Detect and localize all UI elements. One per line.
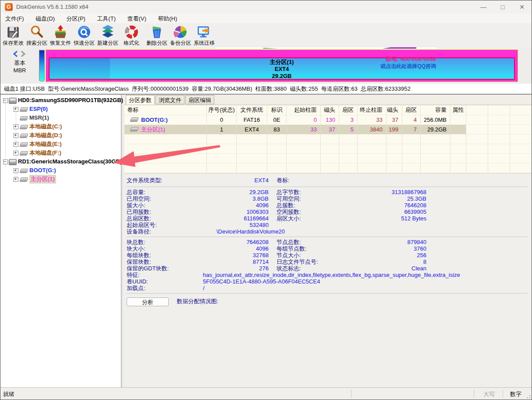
new-partition-button[interactable]: 新建分区 bbox=[96, 24, 120, 48]
save-icon bbox=[6, 25, 21, 39]
analyze-button[interactable]: 分析 bbox=[127, 297, 169, 306]
filler-column bbox=[510, 105, 532, 115]
filesystem-details: 文件系统类型: EXT4 卷标: 总容量:29.2GB总字节数:31318867… bbox=[124, 173, 532, 388]
expand-icon[interactable] bbox=[14, 107, 18, 112]
filler-column bbox=[466, 105, 488, 115]
partition-icon bbox=[19, 177, 28, 182]
ad-phone: 致电: 400-008-9958 bbox=[386, 55, 436, 63]
next-disk-icon bbox=[21, 51, 25, 57]
menu-tools[interactable]: 工具(T) bbox=[92, 14, 121, 23]
disk-bar[interactable]: 主分区(1) EXT4 29.2GB bbox=[46, 50, 518, 82]
status-bar: 就绪 大写 数字 bbox=[0, 387, 532, 400]
disk-info-line: 磁盘1 接口:USB 型号:GenericMassStorageClass 序列… bbox=[0, 84, 532, 95]
format-icon bbox=[124, 25, 139, 39]
status-ready: 就绪 bbox=[3, 390, 14, 398]
new-partition-icon bbox=[100, 25, 115, 39]
partition-overview-panel: 基本 MBR 主分区(1) EXT4 29.2GB bbox=[0, 49, 532, 84]
tab-partition-params[interactable]: 分区参数 bbox=[126, 95, 155, 105]
disk-capacity-strip bbox=[39, 50, 45, 81]
partition-block[interactable]: 主分区(1) EXT4 29.2GB bbox=[49, 57, 515, 80]
partition-tree: HD0:SamsungSSD990PRO1TB(932GB) ESP(0) MS… bbox=[0, 95, 123, 388]
magnifier-icon bbox=[29, 25, 44, 39]
expand-icon[interactable] bbox=[14, 124, 18, 129]
recover-icon bbox=[53, 25, 68, 39]
uuid-row: 卷UUID:5F055C4D-1E1A-4880-A595-A06F04EC5C… bbox=[127, 278, 528, 285]
menu-file[interactable]: 文件(F) bbox=[0, 14, 29, 23]
close-button[interactable]: ✕ bbox=[512, 0, 532, 14]
caps-lock-indicator: 大写 bbox=[476, 390, 502, 398]
tree-item-disk-f[interactable]: 本地磁盘(F:) bbox=[0, 149, 121, 157]
maximize-button[interactable]: □ bbox=[493, 0, 512, 14]
menu-disk[interactable]: 磁盘(D) bbox=[31, 14, 60, 23]
partition-icon bbox=[19, 151, 28, 156]
quick-partition-button[interactable]: 快速分区 bbox=[72, 24, 96, 48]
tree-item-hd0[interactable]: HD0:SamsungSSD990PRO1TB(932GB) bbox=[0, 96, 121, 105]
fs-type-row: 文件系统类型: EXT4 卷标: bbox=[127, 177, 528, 185]
monitor-arrow-icon bbox=[197, 25, 212, 39]
tree-item-rd1[interactable]: RD1:GenericMassStorageClass(30GB) bbox=[0, 157, 121, 166]
tab-browse-files[interactable]: 浏览文件 bbox=[156, 95, 184, 104]
expand-icon[interactable] bbox=[14, 168, 18, 173]
search-partition-button[interactable]: 搜索分区 bbox=[25, 24, 49, 48]
partition-icon bbox=[19, 134, 28, 138]
title-bar: G DiskGenius V5.6.1.1580 x64 — □ ✕ bbox=[0, 0, 532, 14]
disk-type-label: 基本 bbox=[0, 59, 39, 67]
hdd-icon bbox=[9, 98, 17, 104]
table-row-boot[interactable]: BOOT(G:) 0 FAT16 0E 0 130 3 33 37 4 256.… bbox=[124, 115, 532, 125]
features-row: 特征:has_journal,ext_attr,resize_inode,dir… bbox=[127, 272, 528, 278]
tab-sector-edit[interactable]: 扇区编辑 bbox=[185, 95, 214, 104]
collapse-icon[interactable] bbox=[3, 98, 8, 103]
menu-view[interactable]: 查看(V) bbox=[122, 14, 151, 23]
tab-strip: 分区参数 浏览文件 扇区编辑 bbox=[124, 95, 532, 105]
window-title: DiskGenius V5.6.1.1580 x64 bbox=[16, 4, 89, 10]
minimize-button[interactable]: — bbox=[474, 0, 493, 14]
pie-icon bbox=[173, 25, 188, 39]
tree-item-disk-d[interactable]: 本地磁盘(D:) bbox=[0, 131, 121, 140]
toolbar: 保存更改 搜索分区 恢复文件 快速分区 新建分区 格式化 删除分区 备份分区 bbox=[0, 23, 532, 49]
diskgenius-window: G DiskGenius V5.6.1.1580 x64 — □ ✕ 文件(F)… bbox=[0, 0, 532, 400]
resize-grip[interactable] bbox=[525, 393, 531, 399]
tree-item-msr[interactable]: MSR(1) bbox=[0, 113, 121, 122]
tree-item-primary-partition[interactable]: 主分区(1) bbox=[0, 175, 121, 184]
partition-icon bbox=[19, 142, 28, 147]
tree-item-disk-c[interactable]: 本地磁盘(C:) bbox=[0, 122, 121, 131]
status-divider bbox=[351, 389, 351, 398]
partition-icon bbox=[130, 127, 138, 131]
tree-item-boot-g[interactable]: BOOT(G:) bbox=[0, 166, 121, 175]
recover-files-button[interactable]: 恢复文件 bbox=[49, 24, 72, 48]
table-row-primary-selected[interactable]: 主分区(1) 1 EXT4 83 33 37 5 3840 199 7 29.2… bbox=[124, 125, 532, 135]
hdd-icon bbox=[9, 159, 17, 165]
divider bbox=[127, 237, 527, 237]
expand-icon[interactable] bbox=[14, 151, 18, 156]
ad-qq-link[interactable]: 或点击此处选择QQ咨询 bbox=[380, 63, 436, 70]
tree-item-disk-e[interactable]: 本地磁盘(E:) bbox=[0, 140, 121, 149]
device-path-row: 设备路径:\Device\HarddiskVolume20 bbox=[127, 228, 528, 235]
save-changes-button[interactable]: 保存更改 bbox=[1, 24, 25, 48]
allocation-map-caption: 数据分配情况图: bbox=[177, 298, 218, 304]
backup-partition-button[interactable]: 备份分区 bbox=[169, 24, 192, 48]
empty-row bbox=[124, 135, 532, 144]
expand-icon[interactable] bbox=[14, 177, 18, 182]
system-migration-button[interactable]: 系统迁移 bbox=[192, 24, 216, 48]
format-button[interactable]: 格式化 bbox=[120, 24, 143, 48]
expand-icon[interactable] bbox=[14, 133, 18, 138]
partition-icon bbox=[19, 169, 28, 173]
partition-icon bbox=[19, 107, 28, 112]
detail-panel: 分区参数 浏览文件 扇区编辑 卷标 序号(状态) 文件系统 标识 起始柱面 磁头… bbox=[124, 95, 532, 388]
filler-column bbox=[488, 105, 510, 115]
collapse-icon[interactable] bbox=[3, 159, 8, 164]
partition-icon bbox=[130, 117, 138, 122]
partition-icon bbox=[19, 125, 28, 129]
disk-nav-arrows[interactable] bbox=[12, 50, 29, 57]
trash-icon bbox=[149, 25, 164, 39]
quick-partition-icon bbox=[77, 25, 92, 39]
menu-partition[interactable]: 分区(P) bbox=[62, 14, 90, 23]
delete-partition-button[interactable]: 删除分区 bbox=[145, 24, 169, 48]
menu-help[interactable]: 帮助(H) bbox=[153, 14, 182, 23]
divider bbox=[127, 293, 527, 294]
num-lock-indicator: 数字 bbox=[503, 390, 528, 398]
tree-item-esp[interactable]: ESP(0) bbox=[0, 105, 121, 113]
table-header: 卷标 序号(状态) 文件系统 标识 起始柱面 磁头 扇区 终止柱面 磁头 扇区 … bbox=[124, 105, 532, 115]
expand-icon[interactable] bbox=[14, 142, 18, 147]
partition-icon bbox=[19, 116, 28, 120]
